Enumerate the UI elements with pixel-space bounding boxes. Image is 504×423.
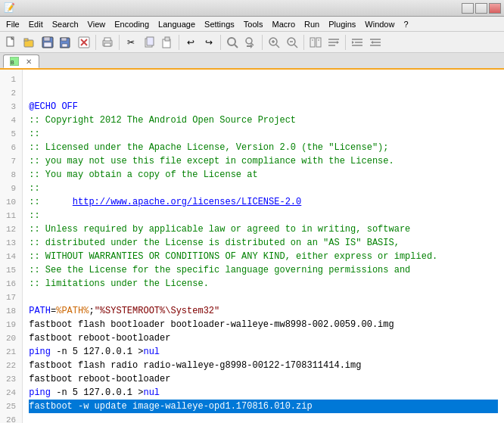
minimize-button[interactable] <box>462 3 474 14</box>
menu-macro[interactable]: Macro <box>267 18 300 30</box>
maximize-button[interactable] <box>475 3 487 14</box>
svg-line-21 <box>235 45 238 48</box>
window-controls <box>462 3 501 14</box>
title-bar: 📝 <box>0 0 504 17</box>
svg-rect-6 <box>44 42 51 47</box>
code-line: fastboot flash radio radio-walleye-g8998… <box>29 359 498 372</box>
close-tab-button[interactable] <box>76 34 92 51</box>
redo-button[interactable]: ↪ <box>201 34 217 51</box>
code-line: :: limitations under the License. <box>29 277 498 291</box>
toolbar-sep-5 <box>262 35 263 50</box>
svg-line-27 <box>276 45 279 48</box>
toolbar-sep-6 <box>303 35 304 50</box>
code-line: ping -n 5 127.0.0.1 >nul <box>29 345 498 359</box>
menu-language[interactable]: Language <box>154 18 200 30</box>
app-icon: 📝 <box>3 2 15 14</box>
line-number: 17 <box>3 291 19 304</box>
menu-settings[interactable]: Settings <box>200 18 239 30</box>
code-line: PATH=%PATH%;"%SYSTEMROOT%\System32" <box>29 304 498 318</box>
menu-plugins[interactable]: Plugins <box>324 18 360 30</box>
svg-rect-14 <box>104 38 110 41</box>
line-number: 15 <box>3 263 19 277</box>
line-number: 8 <box>3 168 19 182</box>
code-line: fastboot flash bootloader bootloader-wal… <box>29 318 498 331</box>
menu-bar: File Edit Search View Encoding Language … <box>0 17 504 32</box>
paste-button[interactable] <box>159 34 176 51</box>
find-button[interactable] <box>224 34 241 51</box>
line-number: 4 <box>3 114 19 127</box>
print-button[interactable] <box>99 34 116 51</box>
svg-rect-19 <box>165 37 170 41</box>
line-number: 16 <box>3 277 19 291</box>
code-line: :: <box>29 127 498 141</box>
line-numbers: 1234567891011121314151617181920212223242… <box>0 70 23 423</box>
code-line: :: WITHOUT WARRANTIES OR CONDITIONS OF A… <box>29 250 498 263</box>
svg-rect-31 <box>310 38 315 47</box>
menu-encoding[interactable]: Encoding <box>110 18 154 30</box>
zoom-out-button[interactable] <box>284 34 300 51</box>
code-content[interactable]: @ECHO OFF:: Copyright 2012 The Android O… <box>23 70 504 423</box>
line-number: 13 <box>3 236 19 250</box>
line-number: 6 <box>3 141 19 154</box>
open-button[interactable] <box>21 34 38 51</box>
close-button[interactable] <box>489 3 501 14</box>
toolbar-sep-3 <box>179 35 179 50</box>
indent-button[interactable] <box>349 34 366 51</box>
line-number: 9 <box>3 182 19 195</box>
menu-help[interactable]: ? <box>399 18 412 30</box>
editor[interactable]: 1234567891011121314151617181920212223242… <box>0 70 504 423</box>
toolbar-sep-2 <box>119 35 120 50</box>
line-number: 11 <box>3 209 19 222</box>
undo-button[interactable]: ↩ <box>182 34 199 51</box>
code-line: :: Copyright 2012 The Android Open Sourc… <box>29 114 498 127</box>
svg-rect-3 <box>24 39 28 41</box>
line-number: 2 <box>3 86 19 100</box>
replace-button[interactable] <box>242 34 259 51</box>
toolbar: ✂ ↩ ↪ <box>0 32 504 53</box>
save-all-button[interactable] <box>58 34 74 51</box>
wrap-button[interactable] <box>325 34 342 51</box>
svg-text:B: B <box>11 60 14 65</box>
code-line: :: <box>29 209 498 222</box>
line-number: 14 <box>3 250 19 263</box>
tab-flash-all[interactable]: B ✕ <box>3 54 39 68</box>
menu-edit[interactable]: Edit <box>24 18 48 30</box>
line-number: 1 <box>3 73 19 86</box>
svg-point-22 <box>246 38 252 44</box>
cut-button[interactable]: ✂ <box>123 34 139 51</box>
code-line: fastboot -w update image-walleye-opd1.17… <box>29 400 498 413</box>
tab-close-button[interactable]: ✕ <box>25 58 33 66</box>
menu-view[interactable]: View <box>83 18 110 30</box>
line-number: 25 <box>3 400 19 413</box>
line-number: 21 <box>3 345 19 359</box>
menu-file[interactable]: File <box>2 18 24 30</box>
code-line: fastboot reboot-bootloader <box>29 372 498 386</box>
code-line: :: Licensed under the Apache License, Ve… <box>29 141 498 154</box>
menu-tools[interactable]: Tools <box>239 18 268 30</box>
line-number: 26 <box>3 413 19 423</box>
bat-file-icon: B <box>10 57 19 66</box>
copy-button[interactable] <box>141 34 157 51</box>
line-number: 10 <box>3 195 19 209</box>
code-line <box>29 413 498 423</box>
line-number: 19 <box>3 318 19 331</box>
line-number: 12 <box>3 222 19 236</box>
save-button[interactable] <box>39 34 56 51</box>
sync-scroll-button[interactable] <box>307 34 324 51</box>
code-line: ping -n 5 127.0.0.1 >nul <box>29 386 498 400</box>
code-line: :: you may not use this file except in c… <box>29 154 498 168</box>
menu-window[interactable]: Window <box>360 18 399 30</box>
line-number: 3 <box>3 100 19 114</box>
toolbar-sep-4 <box>220 35 221 50</box>
unindent-button[interactable] <box>367 34 384 51</box>
code-line: :: Unless required by applicable law or … <box>29 222 498 236</box>
new-button[interactable] <box>3 34 20 51</box>
zoom-in-button[interactable] <box>266 34 282 51</box>
menu-run[interactable]: Run <box>300 18 324 30</box>
line-number: 7 <box>3 154 19 168</box>
code-line: :: See the License for the specific lang… <box>29 263 498 277</box>
svg-rect-8 <box>61 38 67 41</box>
menu-search[interactable]: Search <box>48 18 83 30</box>
code-line: :: http://www.apache.org/licenses/LICENS… <box>29 195 498 209</box>
svg-rect-17 <box>147 37 154 45</box>
